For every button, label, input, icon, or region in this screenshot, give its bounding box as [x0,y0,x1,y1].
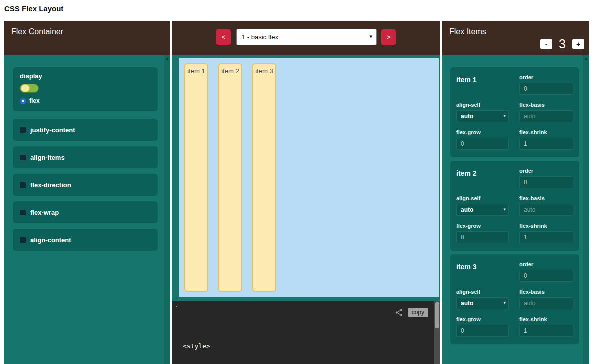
flex-shrink-label: flex-shrink [519,223,573,229]
right-panel-scrollbar[interactable]: ▲ [583,55,589,364]
flex-items-header: Flex Items - 3 + [442,21,589,55]
code-text: <style> .flex-container { display: flex; [183,322,257,364]
flex-container-body: display flex justify-content align-items [4,55,170,364]
order-field: order [519,74,573,95]
page-title: CSS Flex Layout [4,4,63,13]
flex-grow-label: flex-grow [456,316,509,322]
code-panel: . copy <style> .flex-container { display… [172,302,440,364]
scroll-up-icon[interactable]: ▲ [583,55,589,61]
order-label: order [519,262,573,268]
item-card: item 3 order align-self auto ▾ [450,254,579,344]
flex-container-panel: Flex Container display flex justify-cont… [4,21,170,364]
align-self-select-wrap: auto ▾ [456,298,509,310]
next-preset-button[interactable]: > [381,30,396,45]
flex-item: item 1 [184,64,208,292]
scroll-up-icon[interactable]: ▲ [164,55,170,61]
toggle-knob-icon [21,84,30,92]
order-input[interactable] [519,176,573,188]
flex-shrink-label: flex-shrink [519,130,573,136]
order-label: order [519,74,573,80]
align-content-checkbox[interactable] [20,237,26,244]
flex-container-demo: item 1 item 2 item 3 [179,58,439,297]
align-self-label: align-self [456,289,509,295]
option-justify-content: justify-content [13,119,158,141]
item-count: 3 [559,37,566,52]
flex-wrap-checkbox[interactable] [20,210,26,216]
flex-basis-label: flex-basis [519,289,573,295]
flex-radio-row: flex [20,98,151,104]
option-flex-wrap: flex-wrap [13,202,158,224]
justify-content-label: justify-content [30,126,75,134]
flex-grow-label: flex-grow [456,130,509,136]
display-label: display [20,72,151,80]
preset-bar: < 1 - basic flex ▾ > [172,21,440,55]
align-self-select[interactable]: auto [456,298,509,310]
flex-basis-input[interactable] [519,298,573,310]
align-self-select-wrap: auto ▾ [456,204,509,216]
flex-items-title: Flex Items [449,28,486,36]
align-self-label: align-self [456,196,509,202]
flex-grow-input[interactable] [456,138,509,150]
item-card: item 2 order align-self auto ▾ [450,161,579,251]
copy-button[interactable]: copy [408,308,428,318]
align-self-field: align-self auto ▾ [456,196,509,216]
flex-grow-input[interactable] [456,232,509,244]
flex-container-header: Flex Container [4,21,170,55]
align-self-select[interactable]: auto [456,110,509,122]
remove-item-button[interactable]: - [540,39,552,50]
flex-shrink-label: flex-shrink [519,316,573,322]
demo-column: < 1 - basic flex ▾ > item 1 item 2 item … [172,21,440,364]
align-items-checkbox[interactable] [20,154,26,161]
order-label: order [519,168,573,174]
prev-preset-button[interactable]: < [216,30,231,45]
flex-basis-field: flex-basis [519,196,573,216]
order-input[interactable] [519,83,573,95]
item-card-title: item 3 [456,263,509,282]
code-line: <style> [183,342,257,351]
align-self-label: align-self [456,102,509,108]
code-tools: copy [395,308,428,318]
flex-shrink-field: flex-shrink [519,223,573,244]
code-scrollbar-thumb[interactable] [435,302,439,328]
option-align-items: align-items [13,146,158,168]
flex-basis-field: flex-basis [519,102,573,122]
align-content-label: align-content [30,236,71,244]
item-card: item 1 order align-self auto ▾ [450,68,579,158]
align-self-field: align-self auto ▾ [456,289,509,310]
flex-grow-field: flex-grow [456,223,509,244]
display-toggle[interactable] [20,84,39,93]
option-align-content: align-content [13,229,158,251]
flex-shrink-input[interactable] [519,138,573,150]
flex-radio[interactable] [20,98,26,104]
flex-items-body: item 1 order align-self auto ▾ [442,55,589,364]
item-count-controls: - 3 + [540,37,584,52]
flex-shrink-input[interactable] [519,325,573,337]
order-input[interactable] [519,270,573,282]
share-icon[interactable] [395,308,403,317]
flex-wrap-label: flex-wrap [30,209,59,216]
flex-shrink-field: flex-shrink [519,316,573,337]
order-field: order [519,168,573,188]
code-scrollbar[interactable] [434,302,440,364]
flex-grow-label: flex-grow [456,223,509,229]
add-item-button[interactable]: + [572,39,584,50]
preset-select[interactable]: 1 - basic flex [236,29,377,46]
justify-content-checkbox[interactable] [20,127,26,134]
flex-grow-field: flex-grow [456,316,509,337]
option-flex-direction: flex-direction [13,174,158,196]
flex-basis-field: flex-basis [519,289,573,310]
align-self-select[interactable]: auto [456,204,509,216]
left-panel-scrollbar[interactable]: ▲ [164,55,170,364]
flex-basis-label: flex-basis [519,196,573,202]
flex-direction-checkbox[interactable] [20,182,26,188]
flex-items-panel: Flex Items - 3 + item 1 order align-self [442,21,589,364]
flex-grow-input[interactable] [456,325,509,337]
preset-select-wrap: 1 - basic flex ▾ [236,29,377,46]
flex-shrink-input[interactable] [519,232,573,244]
code-dot: . [176,302,177,308]
flex-basis-label: flex-basis [519,102,573,108]
flex-basis-input[interactable] [519,204,573,216]
flex-basis-input[interactable] [519,110,573,122]
flex-container-title: Flex Container [11,28,63,36]
item-card-title: item 1 [456,76,509,95]
